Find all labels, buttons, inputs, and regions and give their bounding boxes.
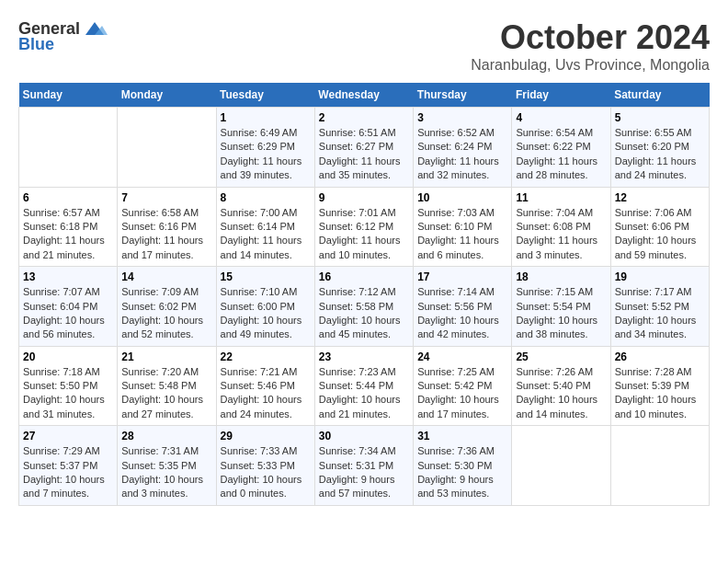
calendar-cell: 1Sunrise: 6:49 AM Sunset: 6:29 PM Daylig… — [216, 108, 314, 188]
day-info: Sunrise: 7:09 AM Sunset: 6:02 PM Dayligh… — [121, 285, 211, 342]
day-info: Sunrise: 7:00 AM Sunset: 6:14 PM Dayligh… — [221, 206, 311, 263]
calendar-cell: 10Sunrise: 7:03 AM Sunset: 6:10 PM Dayli… — [414, 187, 512, 267]
calendar-cell: 9Sunrise: 7:01 AM Sunset: 6:12 PM Daylig… — [314, 187, 413, 267]
day-info: Sunrise: 6:54 AM Sunset: 6:22 PM Dayligh… — [516, 126, 606, 183]
weekday-header: Friday — [512, 83, 610, 108]
day-info: Sunrise: 7:31 AM Sunset: 5:35 PM Dayligh… — [121, 444, 211, 501]
calendar-cell: 12Sunrise: 7:06 AM Sunset: 6:06 PM Dayli… — [610, 187, 709, 267]
calendar-cell: 3Sunrise: 6:52 AM Sunset: 6:24 PM Daylig… — [414, 108, 512, 188]
day-info: Sunrise: 7:33 AM Sunset: 5:33 PM Dayligh… — [221, 444, 311, 501]
day-info: Sunrise: 7:04 AM Sunset: 6:08 PM Dayligh… — [516, 206, 606, 263]
calendar-cell: 22Sunrise: 7:21 AM Sunset: 5:46 PM Dayli… — [216, 346, 314, 426]
calendar-cell — [19, 108, 118, 188]
day-number: 19 — [615, 270, 705, 283]
calendar-cell: 7Sunrise: 6:58 AM Sunset: 6:16 PM Daylig… — [118, 187, 216, 267]
calendar-cell: 19Sunrise: 7:17 AM Sunset: 5:52 PM Dayli… — [610, 267, 709, 347]
weekday-header: Monday — [118, 83, 216, 108]
calendar-cell: 23Sunrise: 7:23 AM Sunset: 5:44 PM Dayli… — [314, 346, 413, 426]
calendar-cell: 5Sunrise: 6:55 AM Sunset: 6:20 PM Daylig… — [610, 108, 709, 188]
day-info: Sunrise: 6:55 AM Sunset: 6:20 PM Dayligh… — [615, 126, 705, 183]
day-info: Sunrise: 7:18 AM Sunset: 5:50 PM Dayligh… — [23, 365, 113, 422]
day-number: 10 — [417, 191, 507, 204]
day-info: Sunrise: 7:07 AM Sunset: 6:04 PM Dayligh… — [23, 285, 113, 342]
day-info: Sunrise: 6:52 AM Sunset: 6:24 PM Dayligh… — [417, 126, 507, 183]
weekday-header: Sunday — [19, 83, 118, 108]
logo: General Blue — [18, 18, 108, 54]
day-number: 20 — [23, 350, 113, 363]
calendar-cell: 4Sunrise: 6:54 AM Sunset: 6:22 PM Daylig… — [512, 108, 610, 188]
day-number: 14 — [121, 270, 211, 283]
calendar-cell: 26Sunrise: 7:28 AM Sunset: 5:39 PM Dayli… — [610, 346, 709, 426]
day-number: 2 — [319, 111, 409, 124]
month-title: October 2024 — [471, 18, 710, 57]
day-number: 26 — [615, 350, 705, 363]
day-number: 7 — [121, 191, 211, 204]
day-number: 29 — [221, 430, 311, 442]
day-number: 15 — [221, 270, 311, 283]
calendar-cell: 27Sunrise: 7:29 AM Sunset: 5:37 PM Dayli… — [19, 426, 118, 506]
day-info: Sunrise: 7:15 AM Sunset: 5:54 PM Dayligh… — [516, 285, 606, 342]
day-number: 6 — [23, 191, 113, 204]
day-info: Sunrise: 7:29 AM Sunset: 5:37 PM Dayligh… — [23, 444, 113, 501]
day-number: 3 — [417, 111, 507, 124]
weekday-header: Tuesday — [216, 83, 314, 108]
day-info: Sunrise: 7:26 AM Sunset: 5:40 PM Dayligh… — [516, 365, 606, 422]
calendar-cell: 20Sunrise: 7:18 AM Sunset: 5:50 PM Dayli… — [19, 346, 118, 426]
day-number: 4 — [516, 111, 606, 124]
day-info: Sunrise: 6:49 AM Sunset: 6:29 PM Dayligh… — [221, 126, 311, 183]
day-number: 5 — [615, 111, 705, 124]
calendar-table: SundayMondayTuesdayWednesdayThursdayFrid… — [18, 83, 710, 506]
day-number: 27 — [23, 430, 113, 442]
calendar-cell: 28Sunrise: 7:31 AM Sunset: 5:35 PM Dayli… — [118, 426, 216, 506]
calendar-cell — [610, 426, 709, 506]
calendar-cell: 13Sunrise: 7:07 AM Sunset: 6:04 PM Dayli… — [19, 267, 118, 347]
day-number: 21 — [121, 350, 211, 363]
calendar-cell: 25Sunrise: 7:26 AM Sunset: 5:40 PM Dayli… — [512, 346, 610, 426]
day-number: 18 — [516, 270, 606, 283]
day-info: Sunrise: 7:20 AM Sunset: 5:48 PM Dayligh… — [121, 365, 211, 422]
day-number: 24 — [417, 350, 507, 363]
weekday-header: Thursday — [414, 83, 512, 108]
logo-icon — [82, 18, 108, 39]
day-info: Sunrise: 7:01 AM Sunset: 6:12 PM Dayligh… — [319, 206, 409, 263]
day-number: 1 — [221, 111, 311, 124]
calendar-cell: 6Sunrise: 6:57 AM Sunset: 6:18 PM Daylig… — [19, 187, 118, 267]
title-section: October 2024 Naranbulag, Uvs Province, M… — [471, 18, 710, 74]
calendar-cell — [512, 426, 610, 506]
day-info: Sunrise: 7:06 AM Sunset: 6:06 PM Dayligh… — [615, 206, 705, 263]
day-number: 31 — [417, 430, 507, 442]
location-title: Naranbulag, Uvs Province, Mongolia — [471, 57, 710, 74]
day-info: Sunrise: 7:25 AM Sunset: 5:42 PM Dayligh… — [417, 365, 507, 422]
calendar-cell: 30Sunrise: 7:34 AM Sunset: 5:31 PM Dayli… — [314, 426, 413, 506]
day-info: Sunrise: 7:14 AM Sunset: 5:56 PM Dayligh… — [417, 285, 507, 342]
calendar-cell: 31Sunrise: 7:36 AM Sunset: 5:30 PM Dayli… — [414, 426, 512, 506]
calendar-cell: 24Sunrise: 7:25 AM Sunset: 5:42 PM Dayli… — [414, 346, 512, 426]
day-info: Sunrise: 7:34 AM Sunset: 5:31 PM Dayligh… — [319, 444, 409, 501]
calendar-cell: 29Sunrise: 7:33 AM Sunset: 5:33 PM Dayli… — [216, 426, 314, 506]
day-number: 12 — [615, 191, 705, 204]
day-info: Sunrise: 6:57 AM Sunset: 6:18 PM Dayligh… — [23, 206, 113, 263]
day-number: 17 — [417, 270, 507, 283]
day-number: 28 — [121, 430, 211, 442]
day-number: 23 — [319, 350, 409, 363]
day-info: Sunrise: 6:51 AM Sunset: 6:27 PM Dayligh… — [319, 126, 409, 183]
day-info: Sunrise: 6:58 AM Sunset: 6:16 PM Dayligh… — [121, 206, 211, 263]
calendar-cell: 8Sunrise: 7:00 AM Sunset: 6:14 PM Daylig… — [216, 187, 314, 267]
day-number: 16 — [319, 270, 409, 283]
day-info: Sunrise: 7:28 AM Sunset: 5:39 PM Dayligh… — [615, 365, 705, 422]
day-info: Sunrise: 7:10 AM Sunset: 6:00 PM Dayligh… — [221, 285, 311, 342]
day-number: 11 — [516, 191, 606, 204]
day-number: 25 — [516, 350, 606, 363]
day-info: Sunrise: 7:23 AM Sunset: 5:44 PM Dayligh… — [319, 365, 409, 422]
day-number: 30 — [319, 430, 409, 442]
calendar-cell: 11Sunrise: 7:04 AM Sunset: 6:08 PM Dayli… — [512, 187, 610, 267]
calendar-cell: 15Sunrise: 7:10 AM Sunset: 6:00 PM Dayli… — [216, 267, 314, 347]
day-info: Sunrise: 7:36 AM Sunset: 5:30 PM Dayligh… — [417, 444, 507, 501]
calendar-cell: 17Sunrise: 7:14 AM Sunset: 5:56 PM Dayli… — [414, 267, 512, 347]
weekday-header: Saturday — [610, 83, 709, 108]
day-info: Sunrise: 7:21 AM Sunset: 5:46 PM Dayligh… — [221, 365, 311, 422]
calendar-cell: 2Sunrise: 6:51 AM Sunset: 6:27 PM Daylig… — [314, 108, 413, 188]
calendar-cell — [118, 108, 216, 188]
day-number: 9 — [319, 191, 409, 204]
day-info: Sunrise: 7:03 AM Sunset: 6:10 PM Dayligh… — [417, 206, 507, 263]
